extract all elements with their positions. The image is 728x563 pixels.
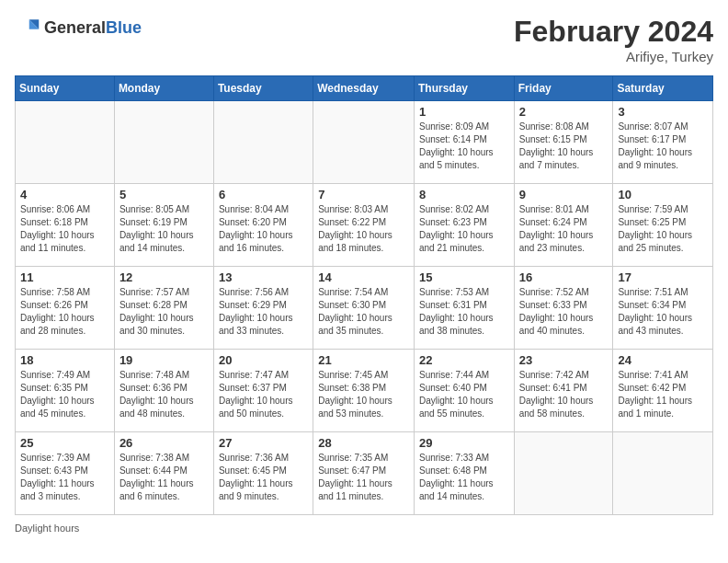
day-number: 3: [618, 105, 708, 119]
calendar-cell: 22Sunrise: 7:44 AMSunset: 6:40 PMDayligh…: [414, 350, 514, 432]
weekday-header-friday: Friday: [514, 76, 613, 101]
day-number: 7: [318, 188, 409, 201]
calendar-cell: 6Sunrise: 8:04 AMSunset: 6:20 PMDaylight…: [213, 184, 313, 267]
calendar-cell: [613, 432, 713, 515]
day-info: Sunrise: 8:09 AMSunset: 6:14 PMDaylight:…: [419, 121, 509, 172]
calendar-cell: 12Sunrise: 7:57 AMSunset: 6:28 PMDayligh…: [114, 267, 213, 350]
calendar-cell: 18Sunrise: 7:49 AMSunset: 6:35 PMDayligh…: [16, 350, 115, 432]
calendar-cell: 10Sunrise: 7:59 AMSunset: 6:25 PMDayligh…: [613, 184, 713, 267]
day-number: 8: [419, 188, 509, 201]
day-info: Sunrise: 7:38 AMSunset: 6:44 PMDaylight:…: [119, 452, 209, 503]
day-number: 16: [519, 270, 609, 284]
calendar-cell: 19Sunrise: 7:48 AMSunset: 6:36 PMDayligh…: [114, 350, 213, 432]
weekday-header-thursday: Thursday: [414, 76, 514, 101]
calendar-cell: 15Sunrise: 7:53 AMSunset: 6:31 PMDayligh…: [414, 267, 514, 350]
weekday-header-monday: Monday: [114, 76, 213, 101]
day-info: Sunrise: 7:58 AMSunset: 6:26 PMDaylight:…: [20, 286, 109, 338]
weekday-row: SundayMondayTuesdayWednesdayThursdayFrid…: [16, 76, 713, 101]
day-info: Sunrise: 8:03 AMSunset: 6:22 PMDaylight:…: [318, 203, 409, 255]
calendar-cell: [514, 432, 613, 515]
day-number: 25: [20, 436, 109, 450]
calendar-cell: 25Sunrise: 7:39 AMSunset: 6:43 PMDayligh…: [16, 432, 115, 515]
day-number: 19: [119, 353, 209, 367]
day-info: Sunrise: 7:49 AMSunset: 6:35 PMDaylight:…: [20, 369, 109, 420]
day-number: 21: [318, 353, 409, 367]
day-number: 6: [219, 188, 308, 201]
calendar-cell: 1Sunrise: 8:09 AMSunset: 6:14 PMDaylight…: [414, 101, 514, 184]
calendar-cell: 27Sunrise: 7:36 AMSunset: 6:45 PMDayligh…: [213, 432, 313, 515]
calendar-cell: 23Sunrise: 7:42 AMSunset: 6:41 PMDayligh…: [514, 350, 613, 432]
weekday-header-saturday: Saturday: [613, 76, 713, 101]
footer: Daylight hours: [15, 523, 713, 534]
day-info: Sunrise: 8:08 AMSunset: 6:15 PMDaylight:…: [519, 121, 609, 172]
calendar-cell: 21Sunrise: 7:45 AMSunset: 6:38 PMDayligh…: [313, 350, 415, 432]
calendar-body: 1Sunrise: 8:09 AMSunset: 6:14 PMDaylight…: [16, 101, 713, 515]
day-number: 18: [20, 353, 109, 367]
week-row-1: 1Sunrise: 8:09 AMSunset: 6:14 PMDaylight…: [16, 101, 713, 184]
calendar-cell: 16Sunrise: 7:52 AMSunset: 6:33 PMDayligh…: [514, 267, 613, 350]
day-info: Sunrise: 7:41 AMSunset: 6:42 PMDaylight:…: [618, 369, 708, 420]
calendar-cell: 2Sunrise: 8:08 AMSunset: 6:15 PMDaylight…: [514, 101, 613, 184]
day-number: 23: [519, 353, 609, 367]
week-row-5: 25Sunrise: 7:39 AMSunset: 6:43 PMDayligh…: [16, 432, 713, 515]
day-number: 4: [20, 188, 109, 201]
day-number: 29: [419, 436, 509, 450]
day-info: Sunrise: 7:33 AMSunset: 6:48 PMDaylight:…: [419, 452, 509, 503]
weekday-header-tuesday: Tuesday: [213, 76, 313, 101]
calendar-cell: [313, 101, 415, 184]
week-row-3: 11Sunrise: 7:58 AMSunset: 6:26 PMDayligh…: [16, 267, 713, 350]
day-number: 22: [419, 353, 509, 367]
calendar-cell: 29Sunrise: 7:33 AMSunset: 6:48 PMDayligh…: [414, 432, 514, 515]
logo-blue: Blue: [106, 18, 142, 37]
day-number: 12: [119, 270, 209, 284]
calendar-cell: 20Sunrise: 7:47 AMSunset: 6:37 PMDayligh…: [213, 350, 313, 432]
calendar-table: SundayMondayTuesdayWednesdayThursdayFrid…: [15, 75, 713, 515]
calendar-cell: 9Sunrise: 8:01 AMSunset: 6:24 PMDaylight…: [514, 184, 613, 267]
day-info: Sunrise: 8:02 AMSunset: 6:23 PMDaylight:…: [419, 203, 509, 255]
day-info: Sunrise: 7:47 AMSunset: 6:37 PMDaylight:…: [219, 369, 308, 420]
day-info: Sunrise: 8:06 AMSunset: 6:18 PMDaylight:…: [20, 203, 109, 255]
day-info: Sunrise: 7:54 AMSunset: 6:30 PMDaylight:…: [318, 286, 409, 338]
calendar-cell: [114, 101, 213, 184]
day-info: Sunrise: 7:51 AMSunset: 6:34 PMDaylight:…: [618, 286, 708, 338]
weekday-header-sunday: Sunday: [16, 76, 115, 101]
day-info: Sunrise: 8:01 AMSunset: 6:24 PMDaylight:…: [519, 203, 609, 255]
logo-icon: [15, 15, 40, 40]
day-info: Sunrise: 7:48 AMSunset: 6:36 PMDaylight:…: [119, 369, 209, 420]
calendar-cell: 17Sunrise: 7:51 AMSunset: 6:34 PMDayligh…: [613, 267, 713, 350]
day-number: 5: [119, 188, 209, 201]
calendar-cell: 5Sunrise: 8:05 AMSunset: 6:19 PMDaylight…: [114, 184, 213, 267]
day-info: Sunrise: 7:57 AMSunset: 6:28 PMDaylight:…: [119, 286, 209, 338]
daylight-label: Daylight hours: [15, 523, 79, 534]
day-number: 1: [419, 105, 509, 119]
day-info: Sunrise: 7:35 AMSunset: 6:47 PMDaylight:…: [318, 452, 409, 503]
day-number: 14: [318, 270, 409, 284]
day-number: 28: [318, 436, 409, 450]
day-number: 11: [20, 270, 109, 284]
logo: GeneralBlue: [15, 15, 142, 40]
day-number: 9: [519, 188, 609, 201]
calendar-cell: 7Sunrise: 8:03 AMSunset: 6:22 PMDaylight…: [313, 184, 415, 267]
day-info: Sunrise: 8:07 AMSunset: 6:17 PMDaylight:…: [618, 121, 708, 172]
calendar-cell: [16, 101, 115, 184]
logo-text: GeneralBlue: [44, 18, 142, 38]
calendar-cell: 24Sunrise: 7:41 AMSunset: 6:42 PMDayligh…: [613, 350, 713, 432]
calendar-cell: 11Sunrise: 7:58 AMSunset: 6:26 PMDayligh…: [16, 267, 115, 350]
day-info: Sunrise: 7:36 AMSunset: 6:45 PMDaylight:…: [219, 452, 308, 503]
day-number: 2: [519, 105, 609, 119]
page-header: GeneralBlue February 2024 Arifiye, Turke…: [15, 15, 713, 64]
calendar-location: Arifiye, Turkey: [514, 49, 713, 64]
calendar-cell: 3Sunrise: 8:07 AMSunset: 6:17 PMDaylight…: [613, 101, 713, 184]
day-number: 17: [618, 270, 708, 284]
day-number: 13: [219, 270, 308, 284]
calendar-header: SundayMondayTuesdayWednesdayThursdayFrid…: [16, 76, 713, 101]
title-block: February 2024 Arifiye, Turkey: [514, 15, 713, 64]
day-info: Sunrise: 7:42 AMSunset: 6:41 PMDaylight:…: [519, 369, 609, 420]
day-info: Sunrise: 7:52 AMSunset: 6:33 PMDaylight:…: [519, 286, 609, 338]
calendar-cell: [213, 101, 313, 184]
weekday-header-wednesday: Wednesday: [313, 76, 415, 101]
day-info: Sunrise: 7:44 AMSunset: 6:40 PMDaylight:…: [419, 369, 509, 420]
day-number: 10: [618, 188, 708, 201]
day-info: Sunrise: 8:04 AMSunset: 6:20 PMDaylight:…: [219, 203, 308, 255]
calendar-cell: 4Sunrise: 8:06 AMSunset: 6:18 PMDaylight…: [16, 184, 115, 267]
